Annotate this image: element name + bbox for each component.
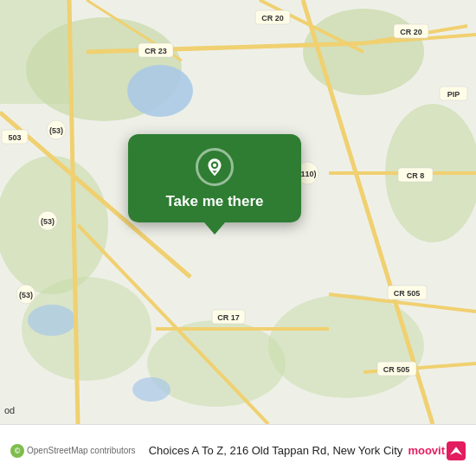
svg-text:(53): (53) <box>19 291 33 299</box>
attribution-text: OpenStreetMap contributors <box>27 446 136 455</box>
svg-text:CR 505: CR 505 <box>383 365 410 374</box>
svg-text:CR 20: CR 20 <box>400 28 422 36</box>
svg-text:CR 17: CR 17 <box>217 313 240 322</box>
svg-text:(53): (53) <box>41 217 55 226</box>
svg-text:503: 503 <box>8 133 21 142</box>
svg-text:CR 23: CR 23 <box>145 47 167 55</box>
svg-text:CR 505: CR 505 <box>394 289 421 298</box>
moovit-logo: moovit <box>408 441 466 460</box>
moovit-logo-icon <box>447 441 466 460</box>
svg-point-10 <box>28 305 76 336</box>
moovit-brand-text: moovit <box>408 444 445 457</box>
svg-point-8 <box>268 294 424 398</box>
svg-text:od: od <box>4 405 15 415</box>
svg-point-55 <box>213 164 216 167</box>
bottom-right-info: Choices A To Z, 216 Old Tappan Rd, New Y… <box>149 441 466 460</box>
location-icon-circle <box>196 148 234 186</box>
location-pin-icon <box>203 156 226 178</box>
svg-point-9 <box>127 65 193 117</box>
svg-text:PIP: PIP <box>447 90 460 99</box>
map-view[interactable]: CR 23 CR 20 CR 20 503 (53) (53) (53) (11… <box>0 0 476 424</box>
place-name: Choices A To Z, 216 Old Tappan Rd, New Y… <box>149 444 403 457</box>
svg-rect-4 <box>0 0 69 104</box>
take-me-there-button[interactable]: Take me there <box>165 193 263 210</box>
svg-text:(53): (53) <box>49 126 63 135</box>
openstreetmap-logo: © OpenStreetMap contributors <box>10 444 136 458</box>
svg-text:CR 8: CR 8 <box>407 171 425 180</box>
bottom-bar: © OpenStreetMap contributors Choices A T… <box>0 424 476 476</box>
openstreetmap-icon: © <box>10 444 24 458</box>
svg-text:CR 20: CR 20 <box>261 14 284 23</box>
popup-card[interactable]: Take me there <box>128 134 301 222</box>
svg-point-11 <box>132 377 170 402</box>
